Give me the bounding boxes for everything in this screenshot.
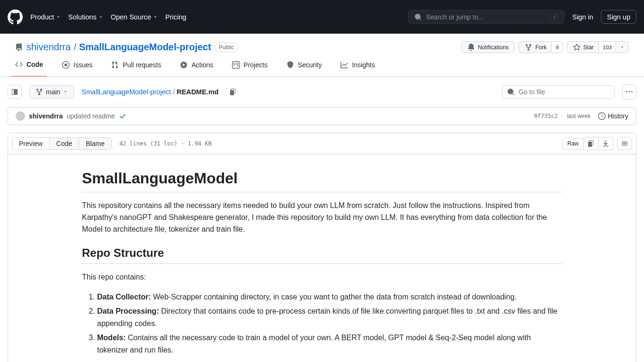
top-header: Product Solutions Open Source Pricing Se… [0,0,644,34]
copy-raw-button[interactable] [584,137,599,150]
list-item: Data Collector: Web-Scrapper containing … [97,291,562,303]
path-separator: / [73,42,76,53]
bell-icon [467,44,475,51]
pr-icon [111,61,119,69]
search-icon [507,88,515,96]
tab-insights[interactable]: Insights [337,57,378,76]
readme-content: SmallLanguageModel This repository conta… [8,154,636,362]
repo-header: shivendrra / SmallLanguageModel-project … [0,34,644,57]
search-icon [414,13,422,21]
readme-intro: This repository contains all the necessa… [82,200,562,235]
repo-icon [15,44,23,51]
readme-h1: SmallLanguageModel [82,170,562,192]
file-view: Preview Code Blame 42 lines (31 loc) · 1… [8,133,636,362]
breadcrumb-file: README.md [177,88,219,96]
tab-blame[interactable]: Blame [79,138,111,149]
copy-path-button[interactable] [226,85,240,99]
github-logo-icon[interactable] [8,9,23,25]
raw-button[interactable]: Raw [562,138,584,150]
tab-preview[interactable]: Preview [12,138,50,149]
branch-selector[interactable]: main [29,85,74,99]
star-dropdown[interactable] [616,41,629,53]
history-icon [598,112,606,120]
kebab-icon [626,88,633,96]
file-toolbar: Preview Code Blame 42 lines (31 loc) · 1… [8,133,636,154]
tab-pull-requests[interactable]: Pull requests [107,57,165,76]
repo-actions: Notifications Fork 9 Star 103 [461,41,629,53]
file-stats: 42 lines (31 loc) · 1.94 KB [119,140,212,147]
file-nav: main SmallLanguageModel-project / README… [0,77,644,107]
outline-button[interactable] [617,137,632,150]
tab-projects[interactable]: Projects [228,57,271,76]
avatar[interactable] [16,111,25,121]
branch-icon [36,88,43,96]
graph-icon [340,61,348,69]
check-icon[interactable] [119,112,126,120]
commit-date: last week [567,113,590,119]
breadcrumb: SmallLanguageModel-project / README.md [81,88,218,96]
top-nav: Product Solutions Open Source Pricing [30,13,186,21]
download-icon [602,140,609,147]
tab-code[interactable]: Code [11,57,47,77]
sidebar-icon [11,88,18,96]
star-count[interactable]: 103 [599,42,616,52]
chevron-down-icon [56,15,61,19]
go-to-file-input[interactable] [502,85,615,99]
tab-issues[interactable]: Issues [58,57,96,76]
commit-message-link[interactable]: updated readme [67,112,115,120]
issues-icon [62,61,70,69]
tab-security[interactable]: Security [283,57,326,76]
commit-sha-link[interactable]: 0f735c2 [534,113,558,119]
shield-icon [286,61,294,69]
sign-in-link[interactable]: Sign in [572,13,593,21]
nav-solutions[interactable]: Solutions [68,13,103,21]
star-button[interactable]: Star 103 [567,41,616,53]
sidebar-toggle-button[interactable] [8,85,22,99]
breadcrumb-repo-link[interactable]: SmallLanguageModel-project [81,88,171,96]
actions-icon [180,61,188,69]
sign-up-button[interactable]: Sign up [601,10,636,24]
list-icon [621,140,628,147]
copy-icon [587,140,595,147]
repo-owner-link[interactable]: shivendrra [27,42,71,53]
fork-icon [525,44,532,51]
search-kbd: / [550,13,558,21]
search-placeholder: Search or jump to... [426,13,550,21]
code-icon [15,61,23,68]
view-mode-tabs: Preview Code Blame [12,137,112,150]
tab-actions[interactable]: Actions [176,57,217,76]
download-button[interactable] [599,137,613,150]
notifications-button[interactable]: Notifications [461,41,515,53]
more-options-button[interactable] [622,84,636,100]
chevron-down-icon [98,15,103,19]
copy-icon [229,88,237,96]
nav-pricing[interactable]: Pricing [165,13,186,21]
readme-h2: Repo Structure [82,246,562,264]
tab-code-view[interactable]: Code [50,138,79,149]
visibility-badge: Public [215,43,238,52]
latest-commit-card: shivendrra updated readme 0f735c2 · last… [8,107,636,125]
chevron-down-icon [620,45,625,50]
readme-list: Data Collector: Web-Scrapper containing … [82,291,562,356]
history-link[interactable]: History [598,112,628,120]
commit-author-link[interactable]: shivendrra [29,112,63,120]
list-item: Data Processing: Directory that contains… [97,305,562,330]
list-item: Models: Contains all the necessary code … [97,332,562,356]
fork-button[interactable]: Fork 9 [519,41,563,53]
repo-name-link[interactable]: SmallLanguageModel-project [79,42,211,53]
nav-product[interactable]: Product [30,13,61,21]
chevron-down-icon [153,15,158,19]
nav-open-source[interactable]: Open Source [111,13,158,21]
chevron-down-icon [63,90,68,94]
fork-count[interactable]: 9 [551,42,562,52]
readme-intro2: This repo contains: [82,272,562,283]
star-icon [573,44,581,51]
global-search[interactable]: Search or jump to... / [408,10,564,24]
repo-tabs: Code Issues Pull requests Actions Projec… [0,57,644,77]
projects-icon [232,61,240,69]
